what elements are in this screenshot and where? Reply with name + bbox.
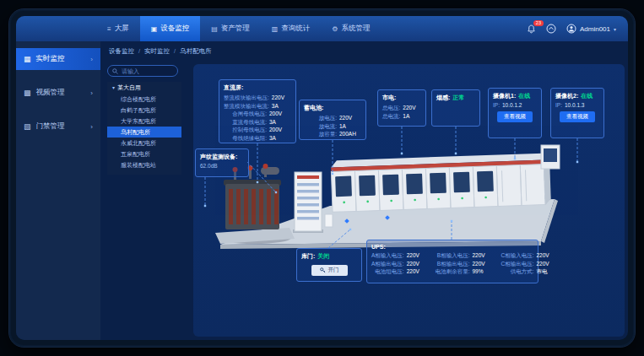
metric-value: 1A (403, 112, 421, 121)
sidebar-label: 实时监控 (36, 54, 65, 64)
tree-item-station[interactable]: 服装楼配电站 (107, 159, 181, 170)
notification-button[interactable]: 23 (527, 24, 536, 34)
asset-icon: ▤ (211, 25, 218, 33)
metric-label: 总电流: (382, 112, 400, 121)
metric-label: B相输入电压: (436, 251, 470, 260)
door-label: 库门: (301, 252, 315, 261)
breadcrumb-item[interactable]: 设备监控 (109, 47, 134, 56)
user-menu[interactable]: Admin001 ▾ (566, 24, 616, 34)
video-icon: ▩ (24, 89, 31, 97)
camera-label: 摄像机2: (555, 92, 578, 100)
tree-item-station[interactable]: 综合楼配电所 (107, 94, 181, 105)
callout-ups: UPS: A相输入电压:220V B相输入电压:220V C相输入电压:220V… (366, 240, 538, 283)
metric-row: A相输入电压:220V (371, 251, 429, 260)
nav-label: 设备监控 (160, 24, 189, 34)
nav-menu: ≡ 大屏 ▣ 设备监控 ▤ 资产管理 ▥ 查询统计 ⚙ 系统管理 (96, 16, 382, 41)
metric-value: 200AH (339, 130, 361, 138)
metric-row: 母线绝缘电阻:3A (224, 134, 291, 143)
tree-item-station[interactable]: 白鹤子配电所 (107, 105, 181, 116)
chevron-right-icon: › (90, 89, 93, 97)
metric-label: 总电压: (382, 104, 400, 112)
nav-item-system-management[interactable]: ⚙ 系统管理 (321, 16, 381, 41)
chevron-right-icon: › (90, 56, 93, 63)
breadcrumb-separator: / (174, 47, 176, 56)
metric-label: 电池剩余容量: (436, 267, 470, 276)
camera-status: 在线 (581, 92, 593, 100)
callout-door: 库门: 关闭 开门 (296, 248, 362, 282)
metric-row: C相输入电压:220V (501, 251, 558, 260)
metric-row: B相输入电压:220V (436, 251, 495, 260)
callout-mains: 市电: 总电压:220V 总电流:1A (377, 89, 426, 127)
tree-item-station[interactable]: 大学东配电所 (107, 116, 181, 127)
nav-item-query-statistics[interactable]: ▥ 查询统计 (261, 16, 322, 41)
nav-label: 大屏 (115, 24, 129, 34)
chevron-down-icon: ▾ (614, 26, 616, 32)
callout-title: 直流屏: (224, 84, 291, 92)
metric-label: 放电压: (304, 114, 337, 122)
open-door-button[interactable]: 开门 (311, 265, 348, 276)
callout-title: UPS: (371, 244, 533, 250)
metric-row: 电池剩余容量:99% (436, 267, 495, 276)
station-tree: ▾某大自用 综合楼配电所 白鹤子配电所 大学东配电所 乌村配电所 永威北配电所 … (107, 82, 181, 175)
nav-label: 查询统计 (281, 24, 310, 34)
smoke-label: 烟感: (436, 94, 450, 102)
metric-value: 200V (269, 110, 291, 118)
metric-row: 放电流:1A (304, 122, 361, 131)
metric-label: 直流母线电流: (224, 118, 267, 127)
dashboard-icon: ≡ (107, 25, 111, 33)
callout-dc-panel: 直流屏: 整流模块输出电压:220V 整流模块输出电流:3A 合闸母线电压:20… (219, 79, 296, 143)
view-video-button[interactable]: 查看视频 (560, 111, 595, 122)
avatar-icon (566, 24, 576, 34)
search-input[interactable] (122, 68, 173, 74)
metric-value: 3A (269, 134, 291, 143)
tree-item-station[interactable]: 五泉配电所 (107, 148, 181, 159)
ip-label: IP: (555, 102, 562, 108)
callout-camera-2: 摄像机2: 在线 IP: 10.0.1.3 查看视频 (550, 88, 604, 138)
metric-value: 220V (536, 260, 558, 268)
top-navbar: ≡ 大屏 ▣ 设备监控 ▤ 资产管理 ▥ 查询统计 ⚙ 系统管理 (16, 16, 628, 41)
callout-camera-1: 摄像机1: 在线 IP: 10.0.1.2 查看视频 (488, 88, 542, 138)
tree-root-node[interactable]: ▾某大自用 (107, 82, 181, 94)
camera-label: 摄像机1: (493, 92, 516, 100)
nav-item-asset-management[interactable]: ▤ 资产管理 (200, 16, 261, 41)
gear-icon: ⚙ (332, 25, 338, 33)
callout-smoke-detector: 烟感: 正常 (431, 89, 480, 127)
metric-value: 220V (407, 260, 429, 268)
sidebar-item-realtime-monitor[interactable]: ▦ 实时监控 › (16, 48, 100, 70)
fullscreen-toggle-icon[interactable] (546, 24, 556, 34)
breadcrumb-item[interactable]: 实时监控 (144, 47, 170, 56)
sidebar-label: 视频管理 (36, 88, 65, 98)
realtime-monitor-icon: ▦ (24, 55, 31, 63)
nav-label: 系统管理 (342, 24, 371, 34)
metric-value: 220V (403, 104, 421, 112)
ip-value: 10.0.1.2 (502, 102, 522, 108)
callout-title: 市电: (382, 94, 421, 102)
sidebar-item-access-control[interactable]: ▧ 门禁管理 › (16, 116, 100, 138)
view-video-button[interactable]: 查看视频 (497, 111, 533, 122)
callout-title: 蓄电池: (304, 104, 361, 112)
nav-item-dashboard[interactable]: ≡ 大屏 (96, 16, 140, 41)
device-frame: ≡ 大屏 ▣ 设备监控 ▤ 资产管理 ▥ 查询统计 ⚙ 系统管理 (8, 8, 636, 348)
app-window: ≡ 大屏 ▣ 设备监控 ▤ 资产管理 ▥ 查询统计 ⚙ 系统管理 (16, 16, 628, 340)
tree-item-station[interactable]: 永威北配电所 (107, 138, 181, 148)
metric-label: 合闸母线电压: (224, 110, 267, 118)
metric-value: 99% (472, 267, 494, 276)
callout-sound-monitor: 声纹监测设备: 62.0dB (195, 148, 249, 177)
metric-row: 总电流:1A (382, 112, 421, 121)
metric-row: 直流母线电流:3A (224, 118, 291, 127)
callout-battery: 蓄电池: 放电压:220V 放电流:1A 放容量:200AH (299, 100, 366, 140)
breadcrumb-separator: / (138, 47, 140, 56)
station-search (107, 65, 178, 77)
sound-label: 声纹监测设备: (200, 153, 244, 161)
metric-label: 电池组电压: (371, 267, 404, 276)
metric-row: 整流模块输出电压:220V (224, 94, 291, 102)
metric-value: 220V (272, 94, 291, 102)
metric-value: 220V (407, 251, 429, 260)
door-icon: ▧ (24, 122, 31, 131)
sidebar-label: 门禁管理 (36, 121, 65, 132)
metric-row: 总电压:220V (382, 104, 421, 112)
tree-item-station-selected[interactable]: 乌村配电所 (107, 127, 181, 138)
nav-item-device-monitor[interactable]: ▣ 设备监控 (140, 16, 201, 41)
metric-value: 1A (339, 122, 361, 131)
sidebar-item-video-management[interactable]: ▩ 视频管理 › (16, 82, 100, 104)
